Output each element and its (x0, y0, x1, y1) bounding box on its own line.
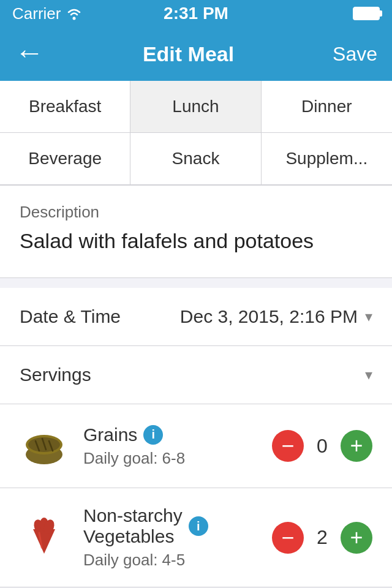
battery-icon (353, 7, 380, 20)
status-time: 2:31 PM (164, 4, 228, 23)
vegetables-info: Non-starchy Vegetables i Daily goal: 4-5 (83, 505, 257, 570)
servings-row[interactable]: Servings ▾ (0, 346, 392, 404)
carrier-label: Carrier (12, 4, 61, 23)
tab-lunch[interactable]: Lunch (130, 81, 261, 132)
meal-tabs-row1: Breakfast Lunch Dinner (0, 81, 392, 133)
date-time-value[interactable]: Dec 3, 2015, 2:16 PM ▾ (180, 306, 372, 327)
svg-marker-7 (33, 529, 55, 554)
vegetables-icon (20, 513, 69, 562)
vegetables-name: Non-starchy Vegetables (83, 505, 183, 547)
meal-tabs-row2: Beverage Snack Supplem... (0, 133, 392, 186)
grains-quantity-controls: − 0 + (272, 430, 372, 462)
grains-minus-button[interactable]: − (272, 430, 304, 462)
nav-title: Edit Meal (143, 42, 234, 66)
nav-bar: ← Edit Meal Save (0, 27, 392, 81)
grains-name: Grains (83, 424, 137, 445)
grains-plus-button[interactable]: + (341, 430, 372, 462)
food-group-vegetables: Non-starchy Vegetables i Daily goal: 4-5… (0, 488, 392, 587)
vegetables-info-badge[interactable]: i (189, 516, 208, 536)
grains-info: Grains i Daily goal: 6-8 (83, 424, 257, 468)
save-button[interactable]: Save (333, 43, 377, 66)
description-label: Description (20, 203, 372, 222)
svg-point-0 (73, 17, 76, 20)
tab-beverage[interactable]: Beverage (0, 133, 130, 184)
tab-supplement[interactable]: Supplem... (262, 133, 392, 184)
chevron-down-icon: ▾ (365, 308, 372, 325)
grains-icon (20, 421, 69, 470)
date-time-text: Dec 3, 2015, 2:16 PM (180, 306, 358, 327)
servings-label: Servings (20, 364, 91, 385)
vegetables-plus-button[interactable]: + (341, 522, 372, 554)
food-group-grains: Grains i Daily goal: 6-8 − 0 + (0, 404, 392, 488)
wifi-icon (66, 7, 83, 20)
vegetables-quantity: 2 (314, 526, 331, 549)
tab-breakfast[interactable]: Breakfast (0, 81, 130, 132)
carrier-wifi: Carrier (12, 4, 83, 23)
tab-snack[interactable]: Snack (130, 133, 261, 184)
servings-chevron-icon: ▾ (365, 366, 372, 383)
grains-goal: Daily goal: 6-8 (83, 449, 257, 468)
vegetables-minus-button[interactable]: − (272, 522, 304, 554)
back-button[interactable]: ← (15, 40, 44, 67)
date-time-row[interactable]: Date & Time Dec 3, 2015, 2:16 PM ▾ (0, 288, 392, 346)
date-time-label: Date & Time (20, 306, 121, 327)
vegetables-quantity-controls: − 2 + (272, 522, 372, 554)
grains-quantity: 0 (314, 435, 331, 458)
vegetables-goal: Daily goal: 4-5 (83, 551, 257, 570)
tab-dinner[interactable]: Dinner (262, 81, 392, 132)
status-bar: Carrier 2:31 PM (0, 0, 392, 27)
grains-info-badge[interactable]: i (143, 425, 163, 445)
description-section: Description Salad with falafels and pota… (0, 186, 392, 278)
description-value[interactable]: Salad with falafels and potatoes (20, 229, 372, 253)
back-arrow-icon: ← (15, 38, 44, 67)
